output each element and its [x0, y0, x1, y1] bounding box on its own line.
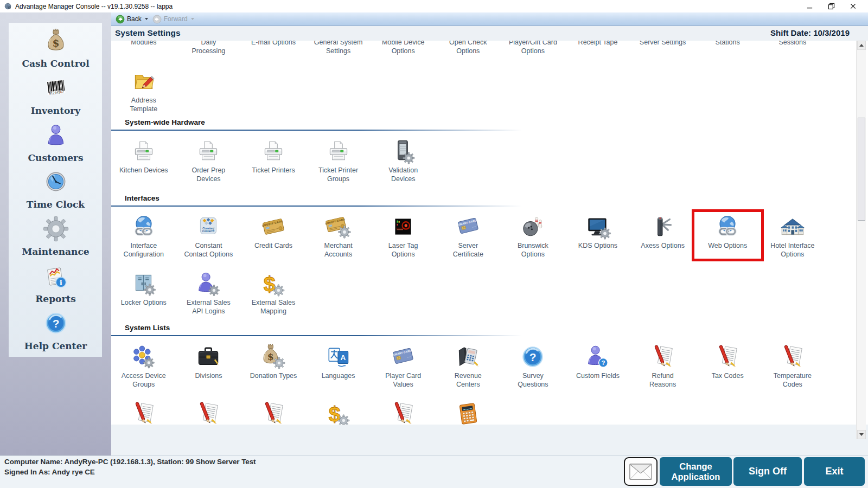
settings-item-calculator-5[interactable]	[436, 400, 501, 425]
settings-item-validation-devices[interactable]: Validation Devices	[371, 138, 436, 183]
settings-item-note-pencil-2[interactable]	[241, 400, 306, 425]
calculator-folder-icon-wrap	[455, 343, 482, 370]
scrollbar-thumb[interactable]	[858, 118, 865, 221]
settings-item-label: Custom Fields	[566, 372, 629, 381]
settings-item-note-pencil-4[interactable]	[371, 400, 436, 425]
vertical-scrollbar[interactable]	[856, 41, 866, 439]
note-pencil-icon-wrap	[130, 400, 157, 425]
settings-item-order-prep-devices[interactable]: Order Prep Devices	[176, 138, 241, 183]
settings-item-hotel-interface-options[interactable]: Hotel Interface Options	[760, 213, 825, 259]
dollar-gear-icon-wrap: $	[325, 400, 352, 425]
settings-item-label: Tax Codes	[696, 372, 759, 381]
settings-item-daily-processing[interactable]: Daily Processing	[176, 41, 241, 55]
section-title-system-wide-hardware: System-wide Hardware	[125, 118, 205, 126]
settings-item-sessions[interactable]: Sessions	[760, 41, 825, 47]
settings-item-donation-types[interactable]: $Donation Types	[241, 343, 306, 381]
settings-item-axess-options[interactable]: Axess Options	[630, 213, 695, 251]
settings-item-temperature-codes[interactable]: Temperature Codes	[760, 343, 825, 389]
settings-item-brunswick-options[interactable]: Brunswick Options	[501, 213, 566, 259]
scroll-down-button[interactable]	[857, 430, 866, 439]
note-pencil-icon-wrap	[260, 400, 287, 425]
settings-item-stations[interactable]: Stations	[695, 41, 760, 47]
forward-button[interactable]: Forward	[152, 15, 194, 24]
settings-item-dollar-gear-3[interactable]: $	[306, 400, 371, 425]
settings-item-label: Server Settings	[631, 41, 694, 47]
monitor-gear-icon	[584, 213, 611, 240]
settings-item-ticket-printer-groups[interactable]: Ticket Printer Groups	[306, 138, 371, 183]
settings-item-mobile-device-options[interactable]: Mobile Device Options	[371, 41, 436, 55]
settings-item-label: Daily Processing	[177, 41, 240, 55]
person-icon-wrap	[42, 121, 69, 149]
settings-item-laser-tag-options[interactable]: Laser Tag Options	[371, 213, 436, 259]
settings-item-server-certificate[interactable]: SMART CARD Server Certificate	[436, 213, 501, 259]
folder-pencil-icon	[130, 68, 157, 95]
sidebar-item-label: Reports	[35, 294, 76, 304]
settings-item-player-card-values[interactable]: SMART CARD Player Card Values	[371, 343, 436, 389]
settings-item-external-sales-mapping[interactable]: $External Sales Mapping	[241, 270, 306, 316]
settings-item-revenue-centers[interactable]: Revenue Centers	[436, 343, 501, 389]
sidebar-item-cash-control[interactable]: $Cash Control	[0, 25, 111, 72]
settings-item-merchant-accounts[interactable]: CREDIT CARD Merchant Accounts	[306, 213, 371, 259]
sidebar-item-help-center[interactable]: ?Help Center	[0, 307, 111, 355]
settings-item-locker-options[interactable]: Locker Options	[111, 270, 176, 307]
note-pencil-icon	[390, 400, 417, 425]
settings-item-modules[interactable]: Modules	[111, 41, 176, 47]
settings-item-receipt-tape[interactable]: Receipt Tape	[565, 41, 630, 47]
settings-item-external-sales-api-logins[interactable]: External Sales API Logins	[176, 270, 241, 316]
settings-item-label: Laser Tag Options	[372, 242, 435, 259]
settings-item-credit-cards[interactable]: CREDIT CARD Credit Cards	[241, 213, 306, 251]
settings-item-label: Player/Gift Card Options	[501, 41, 564, 55]
settings-item-tax-codes[interactable]: Tax Codes	[695, 343, 760, 381]
settings-item-label: Order Prep Devices	[177, 166, 240, 183]
settings-item-server-settings[interactable]: Server Settings	[630, 41, 695, 47]
settings-item-label: Receipt Tape	[566, 41, 629, 47]
settings-item-kds-options[interactable]: KDS Options	[565, 213, 630, 251]
settings-item-address-template[interactable]: Address Template	[111, 68, 176, 113]
highlight-box	[692, 209, 764, 261]
help-circle-icon: ?	[42, 310, 69, 337]
printer-icon-wrap	[195, 138, 222, 165]
barcode-icon: 01234567	[42, 74, 69, 101]
scroll-up-button[interactable]	[857, 41, 866, 50]
minimize-button[interactable]	[799, 0, 820, 12]
settings-item-constant-contact-options[interactable]: Constant Contact®Constant Contact Option…	[176, 213, 241, 259]
settings-item-label: Credit Cards	[242, 242, 305, 251]
restore-button[interactable]	[820, 0, 842, 12]
folder-pencil-icon-wrap	[130, 68, 157, 95]
settings-item-interface-configuration[interactable]: Interface Configuration	[111, 213, 176, 259]
settings-item-access-device-groups[interactable]: Access Device Groups	[111, 343, 176, 389]
back-button[interactable]: Back	[116, 15, 148, 24]
svg-text:?: ?	[52, 317, 59, 330]
forward-dropdown-icon[interactable]	[191, 18, 194, 20]
messages-button[interactable]	[624, 457, 658, 486]
sidebar-item-inventory[interactable]: 01234567Inventory	[0, 72, 111, 119]
settings-item-note-pencil-1[interactable]	[176, 400, 241, 425]
sidebar-item-customers[interactable]: Customers	[0, 119, 111, 166]
settings-item-languages[interactable]: A Languages	[306, 343, 371, 381]
envelope-icon	[628, 459, 653, 484]
settings-item-refund-reasons[interactable]: Refund Reasons	[630, 343, 695, 389]
settings-item-kitchen-devices[interactable]: Kitchen Devices	[111, 138, 176, 175]
languages-icon-wrap: A	[325, 343, 352, 370]
settings-item-player-gift-card-options[interactable]: Player/Gift Card Options	[501, 41, 566, 55]
settings-item-divisions[interactable]: Divisions	[176, 343, 241, 381]
settings-item-custom-fields[interactable]: ?Custom Fields	[565, 343, 630, 381]
back-dropdown-icon[interactable]	[145, 18, 148, 20]
change-application-button[interactable]: Change Application	[660, 457, 732, 486]
exit-button[interactable]: Exit	[804, 457, 865, 486]
settings-item-survey-questions[interactable]: ?Survey Questions	[501, 343, 566, 389]
sidebar-item-reports[interactable]: iReports	[0, 260, 111, 307]
settings-item-label: External Sales API Logins	[177, 299, 240, 316]
sidebar-item-label: Inventory	[31, 106, 80, 116]
settings-item-open-check-options[interactable]: Open Check Options	[436, 41, 501, 55]
sidebar-item-time-clock[interactable]: Time Clock	[0, 166, 111, 213]
settings-item-note-pencil-0[interactable]	[111, 400, 176, 425]
settings-item-general-system-settings[interactable]: General System Settings	[306, 41, 371, 55]
close-button[interactable]	[842, 0, 864, 12]
sidebar-item-maintenance[interactable]: Maintenance	[0, 213, 111, 260]
settings-item-ticket-printers[interactable]: Ticket Printers	[241, 138, 306, 175]
sign-off-button[interactable]: Sign Off	[733, 457, 802, 486]
settings-item-e-mail-options[interactable]: E-mail Options	[241, 41, 306, 47]
laser-tag-icon-wrap	[390, 213, 417, 240]
settings-item-label: Refund Reasons	[631, 372, 694, 389]
